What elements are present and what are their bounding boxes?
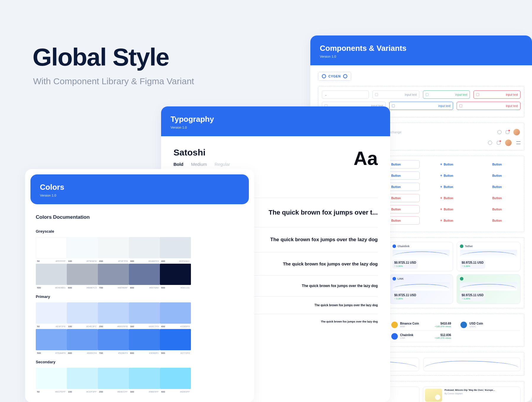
color-swatch: 100#CDF3FF <box>67 368 98 393</box>
token-row[interactable]: USD CoinUSDC <box>460 319 520 331</box>
coin-card[interactable]: $0.9725.11 USD↑ 3.26% <box>457 274 520 304</box>
color-swatch: 200#F3F7F8 <box>98 237 129 262</box>
plus-icon: + <box>440 163 442 166</box>
color-swatch: 300#A9C7F9 <box>129 302 160 328</box>
button-ghost[interactable]: +Button <box>423 160 470 168</box>
button-danger-text[interactable]: Button <box>474 205 521 213</box>
input-icon <box>426 93 429 96</box>
text-input-error[interactable]: input text <box>457 102 520 110</box>
search-icon[interactable] <box>488 141 492 145</box>
token-row[interactable]: Binance CoinBNB$410.69+185,076 views <box>391 319 451 331</box>
bell-icon[interactable] <box>506 130 509 134</box>
page-subtitle: With Component Library & Figma Variant <box>33 76 194 86</box>
color-group-label: Greyscale <box>36 229 244 234</box>
plus-icon: + <box>440 185 442 189</box>
components-version: Version 1.0 <box>320 55 523 58</box>
input-icon <box>375 93 378 96</box>
components-title: Components & Variants <box>320 44 523 53</box>
select-input[interactable] <box>322 90 369 99</box>
color-swatch: 800#6978A0 <box>129 264 160 289</box>
components-header: Components & Variants Version 1.0 <box>310 35 532 65</box>
colors-card: Colors Version 1.0 Colors Documentation … <box>25 169 254 402</box>
plus-icon: + <box>440 219 442 222</box>
plus-icon: + <box>440 208 442 211</box>
colors-title: Colors <box>40 183 239 192</box>
text-input-active[interactable]: input text <box>389 102 453 110</box>
color-swatch: 400#93B9F8 <box>160 302 191 328</box>
color-swatch: 400#82E0FF <box>160 368 191 393</box>
page-title: Global Style <box>33 43 169 72</box>
color-group-label: Primary <box>36 294 244 299</box>
bell-icon[interactable] <box>497 141 500 145</box>
plus-icon: + <box>440 196 442 200</box>
color-swatch: 50#E9F1FE <box>36 302 67 328</box>
typography-header: Typography Version 1.0 <box>161 106 390 136</box>
button-danger-ghost[interactable]: +Button <box>423 194 470 202</box>
color-swatch: 300#EAEFF3 <box>129 237 160 262</box>
input-icon <box>392 104 395 107</box>
color-swatch: 300#9BE5FF <box>129 368 160 393</box>
weight-medium: Medium <box>191 162 207 167</box>
logo-chip: CYGEN <box>318 72 351 81</box>
button-danger-ghost[interactable]: +Button <box>423 205 470 213</box>
button-danger-ghost[interactable]: +Button <box>423 216 470 225</box>
weight-regular: Regular <box>215 162 230 167</box>
button-danger-text[interactable]: Button <box>474 216 521 225</box>
typography-version: Version 1.0 <box>171 126 381 129</box>
button-text[interactable]: Button <box>474 183 521 191</box>
color-swatch: 900#081131 <box>160 264 191 289</box>
coin-card[interactable]: LINK$0.9725.11 USD↑ 3.26% <box>389 274 453 304</box>
button-danger-text[interactable]: Button <box>474 194 521 202</box>
color-swatch: 900#2772F0 <box>160 329 191 354</box>
mini-chart <box>423 358 520 371</box>
font-name: Satoshi <box>173 147 230 158</box>
color-swatch: 700#8D98AF <box>98 264 129 289</box>
input-icon <box>476 93 479 96</box>
avatar[interactable] <box>513 129 520 135</box>
token-row[interactable]: ChainlinkLINK$12.836+185,076 views <box>391 331 451 342</box>
avatar[interactable] <box>505 140 512 146</box>
plus-icon: + <box>440 174 442 177</box>
color-swatch: 600#689CF4 <box>67 329 98 354</box>
coin-card[interactable]: Chainlink$0.9725.11 USD↑ 3.26% <box>389 242 453 271</box>
logo-text: CYGEN <box>328 74 341 78</box>
button-ghost[interactable]: +Button <box>423 183 470 191</box>
color-swatch: 700#528EF3 <box>98 329 129 354</box>
color-swatch: 50#FFFFFF <box>36 237 67 262</box>
podcast-thumb <box>425 389 442 402</box>
color-group-label: Secondary <box>36 360 244 364</box>
button-text[interactable]: Button <box>474 160 521 168</box>
colors-doc-title: Colors Documentation <box>36 214 244 220</box>
colors-header: Colors Version 1.0 <box>30 174 249 204</box>
typography-title: Typography <box>171 115 381 124</box>
menu-icon[interactable] <box>516 141 520 144</box>
color-swatch: 500#7DAAF6 <box>36 329 67 354</box>
color-swatch: 800#3D80F1 <box>129 329 160 354</box>
color-swatch: 200#B4ECFF <box>98 368 129 393</box>
text-input-success[interactable]: input text <box>423 90 470 99</box>
color-swatch: 600#B0B7C3 <box>67 264 98 289</box>
color-swatch: 200#BED5FB <box>98 302 129 328</box>
podcast-card[interactable]: Podcast: Bitcoin Dip 'May Be Over,' Euro… <box>423 387 520 402</box>
colors-version: Version 1.0 <box>40 194 239 197</box>
logo-mark-icon <box>322 74 326 78</box>
font-specimen: Aa <box>353 147 378 169</box>
text-input-error[interactable]: input text <box>473 90 520 99</box>
color-swatch: 500#D4DBE1 <box>36 264 67 289</box>
color-swatch: 100#F5FAFD <box>67 237 98 262</box>
color-swatch: 100#D4E3FC <box>67 302 98 328</box>
podcast-title: Podcast: Bitcoin Dip 'May Be Over,' Euro… <box>445 389 495 392</box>
button-text[interactable]: Button <box>474 171 521 180</box>
weight-bold: Bold <box>173 162 183 167</box>
search-icon[interactable] <box>497 130 502 134</box>
button-ghost[interactable]: +Button <box>423 171 470 180</box>
coin-card[interactable]: Tether$0.9725.11 USD↑ 3.26% <box>457 242 520 271</box>
text-input[interactable]: input text <box>372 90 419 99</box>
podcast-author: By Connor Stephen <box>445 393 495 395</box>
logo-mark-icon <box>343 74 347 78</box>
font-weights: Bold Medium Regular <box>173 162 230 167</box>
color-swatch: 50#ECFEFF <box>36 368 67 393</box>
input-icon <box>459 104 462 107</box>
color-swatch: 400#DFE6EC <box>160 237 191 262</box>
